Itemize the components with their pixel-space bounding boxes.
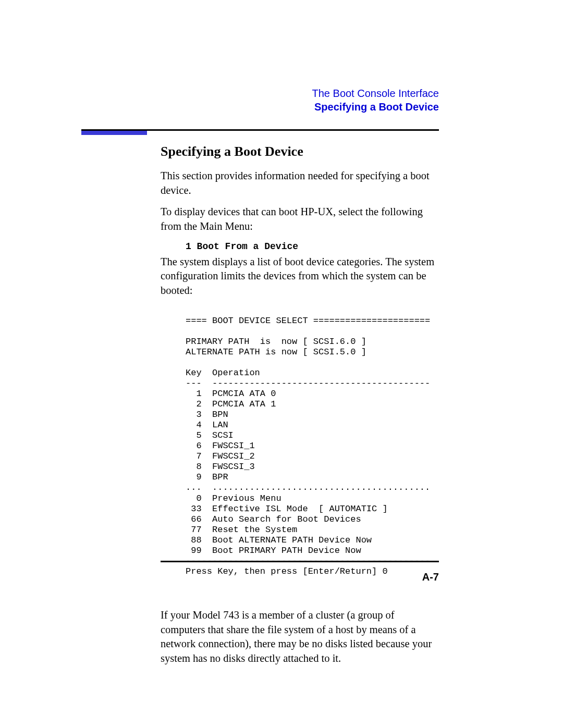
running-header: The Boot Console Interface Specifying a … — [312, 87, 439, 114]
console-output: ==== BOOT DEVICE SELECT ================… — [186, 316, 440, 577]
menu-selection: 1 Boot From a Device — [186, 241, 440, 252]
document-page: The Boot Console Interface Specifying a … — [0, 0, 563, 728]
paragraph: If your Model 743 is a member of a clust… — [161, 608, 440, 666]
content-column: Specifying a Boot Device This section pr… — [161, 144, 440, 673]
section-title: Specifying a Boot Device — [161, 144, 440, 159]
header-section: Specifying a Boot Device — [312, 100, 439, 114]
paragraph: The system displays a list of boot devic… — [161, 255, 440, 298]
section-marker — [81, 131, 147, 135]
page-number: A-7 — [422, 571, 439, 583]
header-chapter: The Boot Console Interface — [312, 87, 439, 100]
paragraph: This section provides information needed… — [161, 169, 440, 198]
paragraph: To display devices that can boot HP-UX, … — [161, 205, 440, 233]
bottom-rule — [161, 561, 439, 562]
